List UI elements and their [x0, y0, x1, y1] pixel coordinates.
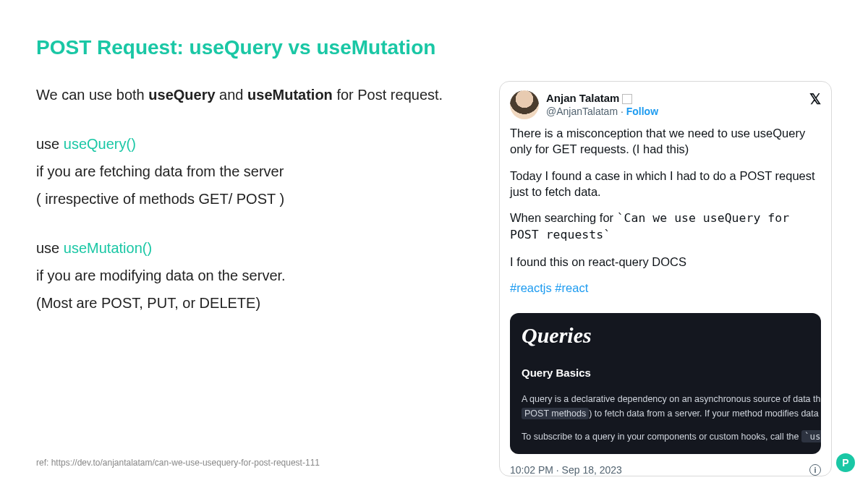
text: if you are fetching data from the server — [36, 163, 284, 179]
text: @AnjanTalatam — [546, 106, 618, 117]
text: (Most are POST, PUT, or DELETE) — [36, 295, 260, 311]
x-logo-icon[interactable]: 𝕏 — [809, 90, 821, 108]
tweet-body: There is a misconception that we need to… — [500, 125, 831, 313]
intro-paragraph: We can use both useQuery and useMutation… — [36, 81, 470, 108]
tweet-text: I found this on react-query DOCS — [510, 254, 821, 270]
bold-usemutation: useMutation — [247, 87, 333, 103]
docs-embed[interactable]: Queries Query Basics A query is a declar… — [510, 313, 821, 454]
usequery-fn: useQuery() — [64, 136, 136, 152]
tweet-author-handle: @AnjanTalatam · Follow — [546, 106, 658, 119]
text: We can use both — [36, 87, 148, 103]
badge-icon — [622, 94, 632, 104]
usemutation-block: use useMutation() if you are modifying d… — [36, 234, 470, 317]
text: · — [618, 106, 626, 117]
reference-link: ref: https://dev.to/anjantalatam/can-we-… — [36, 458, 320, 468]
bold-usequery: useQuery — [148, 87, 215, 103]
tweet-timestamp[interactable]: 10:02 PM · Sep 18, 2023 — [510, 464, 622, 476]
text: When searching for — [510, 211, 617, 224]
text: if you are modifying data on the server. — [36, 267, 286, 283]
text: and — [216, 87, 247, 103]
content-right: Anjan Talatam @AnjanTalatam · Follow 𝕏 T… — [499, 81, 832, 476]
text: ( irrespective of methods GET/ POST ) — [36, 191, 284, 207]
tweet-text: When searching for `Can we use useQuery … — [510, 210, 821, 244]
content-left: We can use both useQuery and useMutation… — [36, 81, 470, 476]
inline-code: `useQuery — [801, 430, 821, 442]
hashtags[interactable]: #reactjs #react — [510, 280, 821, 296]
avatar[interactable] — [510, 90, 539, 119]
docs-subtitle: Query Basics — [522, 367, 809, 379]
tweet-author-name[interactable]: Anjan Talatam — [546, 92, 632, 106]
slide-title: POST Request: useQuery vs useMutation — [36, 36, 832, 59]
text: To subscribe to a query in your componen… — [522, 432, 801, 442]
follow-link[interactable]: Follow — [626, 106, 658, 117]
tweet-card[interactable]: Anjan Talatam @AnjanTalatam · Follow 𝕏 T… — [499, 81, 832, 476]
usequery-block: use useQuery() if you are fetching data … — [36, 130, 470, 213]
text: Anjan Talatam — [546, 92, 619, 106]
tweet-text: Today I found a case in which I had to d… — [510, 168, 821, 200]
highlight-pill: POST methods — [522, 408, 589, 419]
text: A query is a declarative dependency on a… — [522, 392, 809, 406]
text: ) to fetch data from a server. If your m… — [589, 408, 821, 419]
docs-text: A query is a declarative dependency on a… — [522, 392, 809, 444]
info-icon[interactable]: i — [809, 464, 821, 476]
text: use — [36, 240, 64, 256]
docs-title: Queries — [522, 323, 809, 348]
text: use — [36, 136, 64, 152]
usemutation-fn: useMutation() — [64, 240, 152, 256]
brand-badge: P — [836, 453, 855, 472]
tweet-footer: 10:02 PM · Sep 18, 2023 i — [500, 461, 831, 476]
text: for Post request. — [333, 87, 443, 103]
tweet-text: There is a misconception that we need to… — [510, 125, 821, 158]
